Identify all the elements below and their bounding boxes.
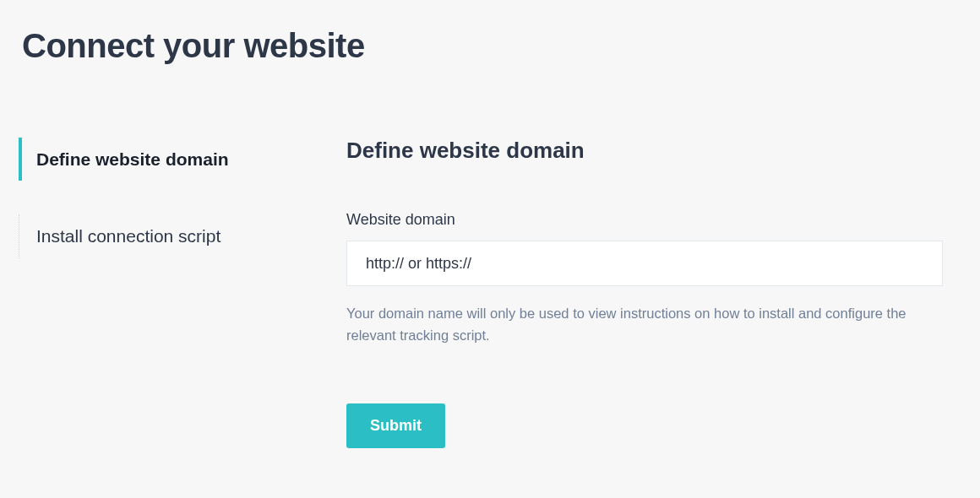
submit-button[interactable]: Submit: [346, 403, 445, 448]
page-title: Connect your website: [0, 0, 980, 65]
domain-input[interactable]: [346, 241, 943, 286]
sidebar-item-define-domain[interactable]: Define website domain: [19, 138, 346, 181]
section-heading: Define website domain: [346, 138, 955, 164]
sidebar: Define website domain Install connection…: [0, 138, 346, 448]
domain-field-label: Website domain: [346, 211, 955, 229]
sidebar-item-install-script[interactable]: Install connection script: [19, 214, 346, 257]
domain-helper-text: Your domain name will only be used to vi…: [346, 303, 943, 346]
content-wrapper: Define website domain Install connection…: [0, 65, 980, 448]
main-content: Define website domain Website domain You…: [346, 138, 980, 448]
